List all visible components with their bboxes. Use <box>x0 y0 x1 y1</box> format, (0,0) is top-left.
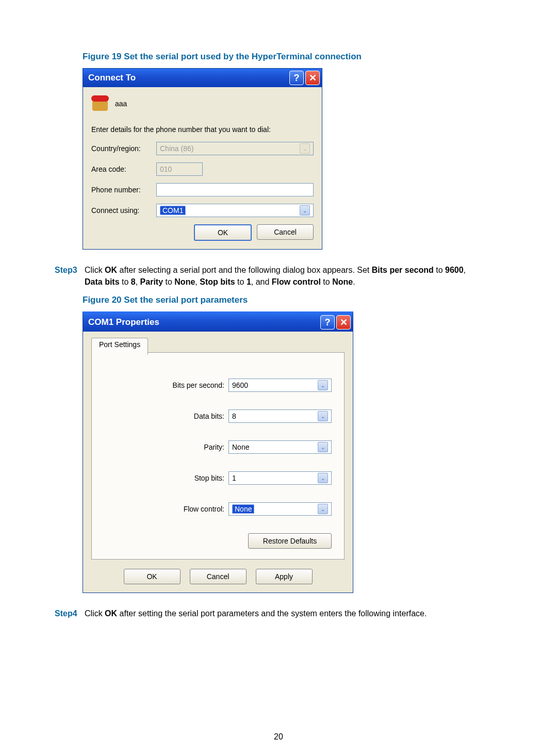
stop-bits-value: 1 <box>232 474 236 482</box>
connect-using-combo[interactable]: COM1 ⌄ <box>156 204 314 217</box>
phone-icon <box>91 94 110 113</box>
data-bits-value: 8 <box>232 412 236 420</box>
window-title: COM1 Properties <box>88 317 159 327</box>
connection-name: aaa <box>115 100 127 108</box>
window-title: Connect To <box>88 73 136 83</box>
connect-using-label: Connect using: <box>91 206 152 215</box>
connect-to-window: Connect To ? ✕ aaa Enter details for the… <box>83 68 322 250</box>
parity-combo[interactable]: None ⌄ <box>228 440 332 454</box>
chevron-down-icon[interactable]: ⌄ <box>318 442 328 452</box>
port-settings-panel: Bits per second: 9600 ⌄ Data bits: 8 ⌄ P… <box>91 352 345 560</box>
chevron-down-icon[interactable]: ⌄ <box>318 473 328 483</box>
phone-number-label: Phone number: <box>91 186 152 194</box>
tab-port-settings[interactable]: Port Settings <box>91 338 148 355</box>
figure-20-caption: Figure 20 Set the serial port parameters <box>83 295 500 305</box>
step4-text: Click OK after setting the serial port p… <box>85 607 500 619</box>
stop-bits-combo[interactable]: 1 ⌄ <box>228 471 332 485</box>
restore-defaults-button[interactable]: Restore Defaults <box>248 533 332 549</box>
help-button[interactable]: ? <box>289 71 304 85</box>
titlebar: Connect To ? ✕ <box>83 69 322 87</box>
phone-number-input[interactable] <box>156 183 314 196</box>
stop-bits-label: Stop bits: <box>194 474 224 482</box>
connect-using-value: COM1 <box>160 206 186 215</box>
bits-per-second-value: 9600 <box>232 381 248 389</box>
bits-per-second-combo[interactable]: 9600 ⌄ <box>228 379 332 392</box>
step3-label: Step3 <box>55 264 77 288</box>
titlebar: COM1 Properties ? ✕ <box>83 313 353 332</box>
country-region-combo: China (86) ⌄ <box>156 142 314 155</box>
instruction-text: Enter details for the phone number that … <box>91 125 314 134</box>
close-button[interactable]: ✕ <box>336 315 351 330</box>
figure-19-caption: Figure 19 Set the serial port used by th… <box>83 52 500 62</box>
flow-control-label: Flow control: <box>184 505 224 513</box>
flow-control-value: None <box>232 504 254 514</box>
chevron-down-icon[interactable]: ⌄ <box>318 504 328 514</box>
cancel-button[interactable]: Cancel <box>257 224 314 240</box>
area-code-label: Area code: <box>91 165 152 173</box>
help-button[interactable]: ? <box>320 315 335 330</box>
data-bits-label: Data bits: <box>194 412 224 420</box>
country-region-value: China (86) <box>160 144 193 153</box>
ok-button[interactable]: OK <box>194 224 252 241</box>
parity-value: None <box>232 443 249 451</box>
parity-label: Parity: <box>204 443 224 451</box>
apply-button[interactable]: Apply <box>256 569 313 584</box>
flow-control-combo[interactable]: None ⌄ <box>228 502 332 516</box>
country-region-label: Country/region: <box>91 144 152 153</box>
close-button[interactable]: ✕ <box>305 71 320 85</box>
chevron-down-icon[interactable]: ⌄ <box>318 380 328 390</box>
page-number: 20 <box>0 732 557 742</box>
chevron-down-icon[interactable]: ⌄ <box>300 205 310 216</box>
chevron-down-icon: ⌄ <box>300 143 310 154</box>
ok-button[interactable]: OK <box>124 569 181 584</box>
cancel-button[interactable]: Cancel <box>190 569 247 584</box>
bits-per-second-label: Bits per second: <box>173 381 224 389</box>
step4-label: Step4 <box>55 607 77 619</box>
step3-text: Click OK after selecting a serial port a… <box>85 264 500 288</box>
data-bits-combo[interactable]: 8 ⌄ <box>228 409 332 423</box>
chevron-down-icon[interactable]: ⌄ <box>318 411 328 421</box>
area-code-input: 010 <box>156 162 203 176</box>
com1-properties-window: COM1 Properties ? ✕ Port Settings Bits p… <box>83 311 353 593</box>
